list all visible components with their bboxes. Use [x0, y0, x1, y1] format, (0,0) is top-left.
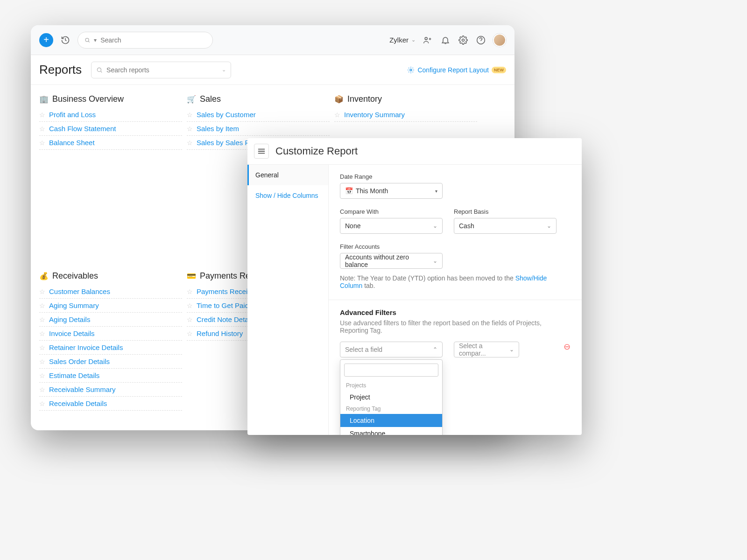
svg-point-10	[410, 69, 412, 71]
search-reports[interactable]: ⌄	[91, 62, 231, 78]
star-icon[interactable]: ☆	[39, 386, 45, 393]
search-scope-chevron[interactable]: ▾	[94, 37, 97, 43]
new-badge: NEW	[492, 67, 506, 73]
search-icon	[96, 67, 103, 73]
star-icon[interactable]: ☆	[39, 302, 45, 309]
report-link[interactable]: ☆Aging Details	[39, 313, 182, 327]
report-link[interactable]: ☆Balance Sheet	[39, 136, 182, 150]
compare-with-select[interactable]: None ⌄	[340, 218, 443, 234]
dropdown-search-input[interactable]	[344, 364, 438, 377]
star-icon[interactable]: ☆	[187, 111, 193, 119]
page-title: Reports	[39, 63, 82, 77]
star-icon[interactable]: ☆	[187, 139, 193, 147]
dropdown-item-location[interactable]: Location	[340, 414, 442, 427]
chevron-up-icon: ⌃	[433, 346, 437, 353]
report-link[interactable]: ☆Sales Order Details	[39, 355, 182, 369]
configure-link-text: Configure Report Layout	[417, 66, 489, 74]
svg-point-8	[97, 68, 101, 71]
users-icon[interactable]	[422, 35, 433, 46]
label-filter-accounts: Filter Accounts	[340, 243, 571, 250]
box-icon: 📦	[334, 95, 344, 104]
calendar-icon: 📅	[345, 187, 353, 195]
building-icon: 🏢	[39, 95, 49, 104]
report-link[interactable]: ☆Retainer Invoice Details	[39, 341, 182, 355]
tab-show-hide-columns[interactable]: Show / Hide Columns	[247, 185, 328, 206]
select-comparator-dropdown[interactable]: Select a compar... ⌄	[454, 342, 519, 357]
configure-report-layout-link[interactable]: Configure Report Layout NEW	[407, 66, 506, 74]
chevron-down-icon: ⌄	[433, 223, 437, 229]
star-icon[interactable]: ☆	[39, 111, 45, 119]
search-reports-input[interactable]	[106, 66, 218, 74]
report-basis-select[interactable]: Cash ⌄	[454, 218, 557, 234]
section-title: Inventory	[347, 94, 382, 104]
report-link[interactable]: ☆Customer Balances	[39, 285, 182, 299]
star-icon[interactable]: ☆	[187, 302, 193, 309]
star-icon[interactable]: ☆	[39, 344, 45, 351]
star-icon[interactable]: ☆	[39, 316, 45, 323]
report-link[interactable]: ☆Invoice Details	[39, 327, 182, 341]
avatar[interactable]	[493, 34, 506, 47]
history-icon[interactable]	[60, 35, 71, 46]
org-switcher[interactable]: Zylker ⌄	[389, 36, 416, 44]
report-link[interactable]: ☆Cash Flow Statement	[39, 122, 182, 136]
section-business-overview: 🏢Business Overview ☆Profit and Loss ☆Cas…	[39, 94, 182, 150]
star-icon[interactable]: ☆	[39, 372, 45, 379]
hamburger-icon[interactable]	[254, 144, 269, 159]
report-link[interactable]: ☆Receivable Details	[39, 397, 182, 411]
label-report-basis: Report Basis	[454, 208, 557, 215]
customize-report-panel: Customize Report General Show / Hide Col…	[247, 138, 582, 435]
star-icon[interactable]: ☆	[187, 316, 193, 323]
card-icon: 💳	[187, 272, 196, 280]
global-search[interactable]: ▾	[78, 32, 213, 49]
add-button[interactable]: +	[39, 33, 53, 47]
global-search-input[interactable]	[100, 36, 206, 44]
topbar: + ▾ Zylker ⌄	[31, 25, 514, 55]
star-icon[interactable]: ☆	[39, 288, 45, 295]
star-icon[interactable]: ☆	[187, 288, 193, 295]
report-link[interactable]: ☆Inventory Summary	[334, 108, 477, 122]
svg-point-0	[85, 38, 89, 41]
report-link[interactable]: ☆Sales by Customer	[187, 108, 330, 122]
svg-point-2	[425, 37, 427, 40]
customize-sidebar: General Show / Hide Columns	[247, 165, 329, 435]
chevron-down-icon: ⌄	[411, 37, 416, 43]
bell-icon[interactable]	[440, 35, 451, 46]
report-link[interactable]: ☆Estimate Details	[39, 369, 182, 383]
report-link[interactable]: ☆Profit and Loss	[39, 108, 182, 122]
dropdown-group: Projects	[340, 380, 442, 391]
filter-accounts-select[interactable]: Accounts without zero balance ⌄	[340, 253, 443, 269]
select-field-dropdown[interactable]: Select a field ⌃	[340, 342, 443, 357]
gear-icon[interactable]	[458, 35, 469, 46]
label-compare-with: Compare With	[340, 208, 443, 215]
dropdown-group: Reporting Tag	[340, 404, 442, 414]
star-icon[interactable]: ☆	[39, 139, 45, 147]
receivables-icon: 💰	[39, 272, 49, 280]
tab-general[interactable]: General	[247, 165, 328, 185]
gear-icon	[407, 66, 415, 74]
star-icon[interactable]: ☆	[39, 358, 45, 365]
chevron-down-icon: ⌄	[547, 223, 551, 229]
report-link[interactable]: ☆Aging Summary	[39, 299, 182, 313]
star-icon[interactable]: ☆	[187, 125, 193, 133]
help-icon[interactable]	[475, 35, 486, 46]
dropdown-item-project[interactable]: Project	[340, 391, 442, 404]
star-icon[interactable]: ☆	[187, 330, 193, 337]
star-icon[interactable]: ☆	[39, 400, 45, 407]
remove-filter-icon[interactable]: ⊖	[564, 342, 571, 352]
date-range-select[interactable]: 📅This Month ▾	[340, 183, 443, 199]
advanced-filters-heading: Advanced Filters	[340, 308, 571, 316]
section-title: Receivables	[52, 271, 98, 281]
star-icon[interactable]: ☆	[334, 111, 340, 119]
advanced-filters-desc: Use advanced filters to filter the repor…	[340, 319, 571, 334]
star-icon[interactable]: ☆	[39, 125, 45, 133]
section-title: Payments Re	[200, 271, 250, 281]
report-link[interactable]: ☆Receivable Summary	[39, 383, 182, 397]
dropdown-item-smartphone[interactable]: Smartphone	[340, 427, 442, 435]
report-link[interactable]: ☆Sales by Item	[187, 122, 330, 136]
section-receivables: 💰Receivables ☆Customer Balances ☆Aging S…	[39, 271, 182, 411]
label-date-range: Date Range	[340, 173, 571, 180]
star-icon[interactable]: ☆	[39, 330, 45, 337]
page-header: Reports ⌄ Configure Report Layout NEW	[31, 55, 514, 85]
customize-title: Customize Report	[275, 145, 358, 157]
chevron-down-icon: ⌄	[222, 67, 226, 73]
